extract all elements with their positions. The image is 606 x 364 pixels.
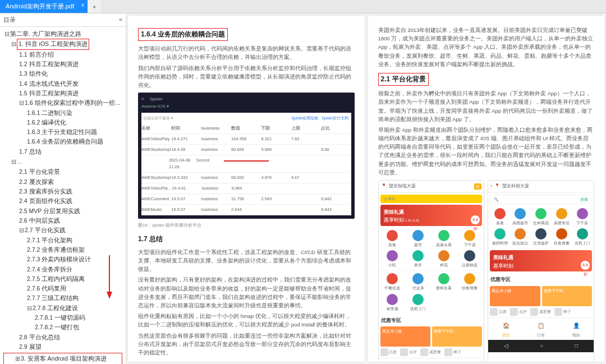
tree-item[interactable]: 2.3 搜索库拆分实践 — [1, 187, 125, 196]
tree-item[interactable]: 1.5 抖音工程架构演进 — [1, 89, 125, 98]
tree-item[interactable]: ⊟1. 抖音 iOS 工程架构演进 — [1, 39, 125, 49]
tree-item[interactable]: 2.7.8.2 一键打包 — [1, 322, 125, 332]
tree-item[interactable]: 2.7.8.1 一键切源码 — [1, 313, 125, 322]
app-screenshot-1: 📍望京恒电大厦抢 Q 寿司 美味礼遇惠享时刻 1.31-2.21 6.8折 美食… — [378, 180, 485, 362]
android-nav: ◁○□ — [488, 340, 594, 352]
tree-item[interactable]: 1.6.2 编译优化 — [1, 118, 125, 127]
tree-item[interactable]: 1.7 总结 — [1, 147, 125, 156]
paragraph: 早期外卖 App 和外卖频道由两个团队分别维护，而随着入口愈来愈多和业务愈来愈，… — [378, 126, 595, 177]
tree-item[interactable]: 2.5 MVP 分层复用实践 — [1, 206, 125, 216]
tree-item[interactable]: ⊟2. 美团外卖 Android 平台化架构演进实践 — [1, 156, 125, 167]
tree-item[interactable]: ⊟第二章. 大厂架构演进之路 — [1, 29, 125, 39]
tree-item[interactable]: 2.7.6 代码复用 — [1, 284, 125, 293]
screenshot-spider: ≡Spider Aweme-iOS ▾ 比较110个版本 ▾ Spider使用指… — [138, 93, 355, 219]
sidebar-title: 目录 — [3, 16, 16, 24]
tab-title: Android架构开发手册.pdf — [6, 3, 74, 10]
app-screenshot-2: ‹📍望京科创大厦 🔍 搜索 美食美团超市生鲜果蔬美团专送下午茶搭档料理甜点饮品汉… — [488, 180, 594, 362]
tree-item[interactable]: 1.1 前言介绍 — [1, 50, 125, 59]
tree-item[interactable]: ⊟2.7 平台化实践 — [1, 225, 125, 235]
tree-item[interactable]: 2.7.4 业务库拆分 — [1, 265, 125, 274]
tree-item[interactable]: 2.7.1 平台化架构 — [1, 236, 125, 245]
pdf-page-left: 1.6.4 业务层的依赖耦合问题 大型项目动则几万行的代码，代码间的依赖关系是复… — [128, 16, 365, 362]
paragraph: 大型项目的组件化工作是一个系统性工程，涉及工程架构的改造、CI/CD 研发工具链… — [138, 248, 355, 274]
paragraph: 很裂之前，外卖作为孵化中的项目只有美团外卖 App（下文简称外卖 App）一个入… — [378, 89, 595, 123]
promo-banner: 美味礼遇惠享时刻 1.31-2.21 6.8折 — [380, 205, 483, 226]
tree-item[interactable]: 1.6.4 业务层的依赖耦合问题 — [1, 137, 125, 146]
tree-item[interactable]: ⊟1.6 组件化探索过程中遇到的一些问题： — [1, 98, 125, 108]
back-icon: ‹ — [490, 183, 492, 190]
tree-item[interactable]: 1.2 抖音工程架构演进 — [1, 59, 125, 69]
tree-item[interactable]: ⊟2.7.8 工程化建设 — [1, 303, 125, 313]
location-icon: 📍 — [494, 183, 500, 190]
tree-item[interactable]: 2.7.7 三级工程结构 — [1, 293, 125, 303]
new-tab-button[interactable]: + — [88, 0, 101, 13]
outline-sidebar: 目录 « ⊟第二章. 大厂架构演进之路 ⊟1. 抖音 iOS 工程架构演进 1.… — [0, 13, 126, 364]
outline-tree: ⊟第二章. 大厂架构演进之路 ⊟1. 抖音 iOS 工程架构演进 1.1 前言介… — [0, 27, 126, 364]
paragraph: 没有最好的架构，只有更好的架构，在架构演进的过程中，我们需要充分考虑架构的改动对… — [138, 275, 355, 310]
sidebar-close-icon[interactable]: « — [119, 16, 122, 24]
heading: 1.7 总结 — [138, 234, 355, 245]
promo-banner: 美味礼遇惠享时刻 6.8折 — [490, 250, 592, 271]
pdf-page-right: 美团外卖自 2013年创建以来，业务一直高速发展。目前美团外卖日完成订单量已突破… — [368, 16, 605, 362]
search-field: Q 寿司 — [380, 195, 483, 203]
tree-item[interactable]: 2.7.5 工程内代码隔离 — [1, 274, 125, 284]
tree-item[interactable]: 1.3 组件化 — [1, 69, 125, 79]
tree-item[interactable]: 2.4 页面组件化实践 — [1, 196, 125, 206]
close-icon[interactable]: × — [81, 2, 84, 8]
tree-item[interactable]: 2.6 中间层实践 — [1, 216, 125, 225]
tree-item[interactable]: 1.6.1 二进制污染 — [1, 108, 125, 118]
search-field: 🔍 搜索 — [490, 195, 592, 204]
heading: 2.1 平台化背景 — [378, 73, 429, 86]
tree-item[interactable]: 2.1 平台化背景 — [1, 167, 125, 177]
tree-item[interactable]: 2.7.3 外卖内核模块设计 — [1, 255, 125, 264]
tree-item[interactable]: 2.8 平台化总结 — [1, 333, 125, 342]
heading: 1.6.4 业务层的依赖耦合问题 — [138, 28, 228, 41]
tree-item[interactable]: 1.4 流水线式迭代开发 — [1, 79, 125, 89]
figure-caption: 图16：spider 组件依赖分析平台 — [138, 222, 355, 229]
paragraph: 当然这里面也会有很多很棘手的问题，比如重连过一些些非架构方案解决，比如针对对分布… — [138, 331, 355, 357]
tree-item[interactable]: 2.9 展望 — [1, 342, 125, 352]
paragraph: 大型项目动则几万行的代码，代码间的依赖关系是复杂的网状关系。需要基于代码的语法树… — [138, 44, 355, 61]
paragraph: 我们内部自研了源码依赖关系分析平台用于依赖关系分析监控和代码治理，长期监控组件间… — [138, 64, 355, 90]
tree-item[interactable]: 2.7.2 业务库通信框架 — [1, 245, 125, 255]
pdf-tab[interactable]: Android架构开发手册.pdf × — [0, 0, 88, 13]
paragraph: 组件化重构贴贴有原因，比如一个小小的 hmap 优化，可以很大程度的减少编译耗时… — [138, 312, 355, 329]
paragraph: 美团外卖自 2013年创建以来，业务一直高速发展。目前美团外卖日完成订单量已突破… — [378, 26, 595, 68]
tree-item[interactable]: ⊞3. 安居客 Android 项目架构演进 — [5, 354, 121, 363]
tree-item[interactable]: 2.2 屡次探索 — [1, 177, 125, 187]
tree-item[interactable]: 1.6.3 主干分支稳定性问题 — [1, 127, 125, 137]
location-icon: 📍 — [381, 183, 387, 190]
